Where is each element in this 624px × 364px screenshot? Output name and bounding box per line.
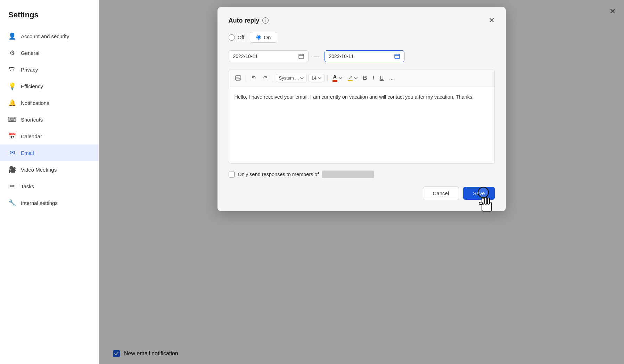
sidebar-item-notifications[interactable]: 🔔 Notifications <box>0 94 99 111</box>
privacy-icon: 🛡 <box>8 66 16 73</box>
radio-off-input[interactable] <box>229 34 235 41</box>
svg-rect-1 <box>395 54 400 59</box>
dialog-title-row: Auto reply i <box>229 17 269 24</box>
date-start-input[interactable]: 2022-10-11 <box>229 50 309 62</box>
svg-rect-9 <box>479 202 483 205</box>
font-size-value: 14 <box>311 75 316 81</box>
radio-off-label: Off <box>238 34 245 40</box>
date-separator: — <box>313 53 320 60</box>
editor-body[interactable]: Hello, I have received your email. I am … <box>229 87 494 163</box>
highlight-icon <box>348 75 353 81</box>
auto-reply-dialog: Auto reply i ✕ Off On <box>217 7 506 211</box>
notifications-icon: 🔔 <box>8 99 16 107</box>
redo-button[interactable] <box>260 74 270 82</box>
members-group-input[interactable] <box>322 171 374 178</box>
sidebar-item-label: Video Meetings <box>21 167 57 173</box>
toolbar-divider-1 <box>246 75 246 82</box>
date-end-input[interactable]: 2022-10-11 <box>325 50 404 62</box>
account-icon: 👤 <box>8 32 16 40</box>
main-content: ✕ New email notification Auto reply i ✕ <box>99 0 624 364</box>
send-responses-row: Only send responses to members of <box>229 171 495 178</box>
sidebar-item-shortcuts[interactable]: ⌨ Shortcuts <box>0 111 99 128</box>
send-responses-checkbox[interactable] <box>229 172 235 177</box>
editor-text: Hello, I have received your email. I am … <box>235 94 474 100</box>
sidebar-item-label: Shortcuts <box>21 117 43 123</box>
sidebar-item-label: General <box>21 50 39 56</box>
dialog-close-button[interactable]: ✕ <box>488 17 495 24</box>
sidebar-item-label: Email <box>21 150 34 156</box>
font-name-select[interactable]: System ... <box>276 74 307 82</box>
font-color-button[interactable]: A <box>330 72 344 84</box>
general-icon: ⚙ <box>8 49 16 57</box>
efficiency-icon: 💡 <box>8 82 16 90</box>
underline-button[interactable]: U <box>378 74 386 83</box>
sidebar-item-label: Account and security <box>21 33 69 39</box>
font-size-select[interactable]: 14 <box>308 74 324 82</box>
italic-button[interactable]: I <box>370 74 376 83</box>
radio-off-option[interactable]: Off <box>229 34 245 41</box>
dialog-title: Auto reply <box>229 17 260 24</box>
auto-reply-toggle: Off On <box>229 32 495 43</box>
email-icon: ✉ <box>8 149 16 157</box>
sidebar-item-tasks[interactable]: ✏ Tasks <box>0 178 99 195</box>
sidebar-item-account[interactable]: 👤 Account and security <box>0 28 99 44</box>
settings-page: Settings 👤 Account and security ⚙ Genera… <box>0 0 624 364</box>
sidebar: Settings 👤 Account and security ⚙ Genera… <box>0 0 99 364</box>
date-end-value: 2022-10-11 <box>329 53 354 59</box>
sidebar-item-calendar[interactable]: 📅 Calendar <box>0 128 99 144</box>
app-title: Settings <box>0 7 99 28</box>
sidebar-item-privacy[interactable]: 🛡 Privacy <box>0 61 99 78</box>
radio-on-label: On <box>264 34 271 40</box>
toolbar-divider-2 <box>273 75 273 82</box>
svg-point-3 <box>237 77 237 77</box>
dialog-header: Auto reply i ✕ <box>229 17 495 24</box>
sidebar-item-internal[interactable]: 🔧 Internal settings <box>0 195 99 211</box>
internal-icon: 🔧 <box>8 199 16 207</box>
sidebar-item-label: Calendar <box>21 133 42 139</box>
rich-text-editor[interactable]: System ... 14 A <box>229 69 495 164</box>
calendar-icon: 📅 <box>8 132 16 140</box>
font-name-value: System ... <box>279 75 299 81</box>
toolbar-divider-3 <box>327 75 328 82</box>
info-icon[interactable]: i <box>262 17 269 24</box>
sidebar-item-video[interactable]: 🎥 Video Meetings <box>0 161 99 178</box>
save-button-wrapper: Save <box>463 187 494 200</box>
cancel-button[interactable]: Cancel <box>423 187 459 200</box>
date-range-row: 2022-10-11 — 2022-10-11 <box>229 50 495 62</box>
font-color-a: A <box>332 74 337 82</box>
dialog-actions: Cancel Save <box>229 187 495 200</box>
insert-image-button[interactable] <box>233 74 243 82</box>
save-button[interactable]: Save <box>463 187 494 200</box>
radio-on-input[interactable] <box>256 35 261 40</box>
dialog-overlay: Auto reply i ✕ Off On <box>99 0 624 364</box>
sidebar-item-label: Efficiency <box>21 83 43 89</box>
sidebar-item-label: Tasks <box>21 183 34 189</box>
more-options-button[interactable]: ... <box>387 74 396 82</box>
svg-rect-0 <box>299 54 304 59</box>
shortcuts-icon: ⌨ <box>8 116 16 123</box>
radio-on-box[interactable]: On <box>250 32 277 43</box>
video-icon: 🎥 <box>8 166 16 173</box>
undo-button[interactable] <box>249 74 259 82</box>
sidebar-item-label: Notifications <box>21 100 49 106</box>
editor-toolbar: System ... 14 A <box>229 69 494 87</box>
bold-button[interactable]: B <box>361 74 369 83</box>
svg-rect-5 <box>482 202 492 211</box>
sidebar-item-general[interactable]: ⚙ General <box>0 44 99 61</box>
highlight-color-button[interactable] <box>346 74 360 83</box>
sidebar-item-email[interactable]: ✉ Email <box>0 144 99 161</box>
sidebar-item-label: Privacy <box>21 67 38 73</box>
date-start-value: 2022-10-11 <box>233 53 258 59</box>
sidebar-item-label: Internal settings <box>21 200 58 206</box>
tasks-icon: ✏ <box>8 182 16 190</box>
send-responses-label: Only send responses to members of <box>238 172 319 177</box>
sidebar-item-efficiency[interactable]: 💡 Efficiency <box>0 78 99 94</box>
